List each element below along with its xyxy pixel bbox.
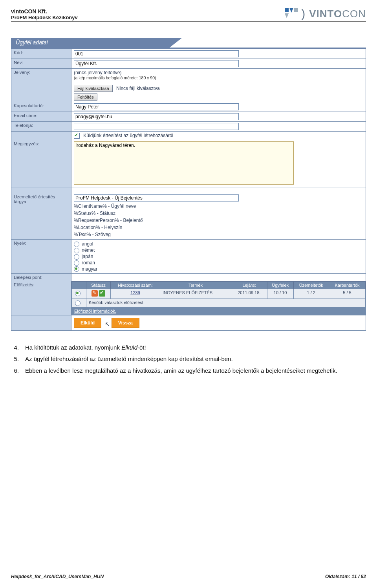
subhdr-status: Státusz <box>86 282 111 289</box>
edit-icon[interactable] <box>92 290 98 297</box>
lang-radio[interactable] <box>74 242 79 247</box>
placeholder-item: %ClientName% - Ügyfél neve <box>74 203 363 210</box>
svg-marker-3 <box>285 13 289 18</box>
sub-maint: 5 / 5 <box>329 289 366 299</box>
svg-marker-0 <box>285 8 289 12</box>
footer-right: Oldalszám: 11 / 52 <box>325 574 366 579</box>
lang-radio[interactable] <box>74 266 79 272</box>
status-ok-icon <box>99 290 105 297</box>
lang-label: angol <box>82 241 93 247</box>
placeholder-list: %ClientName% - Ügyfél neve%Status% - Stá… <box>74 203 363 238</box>
sub-later-text: Később választok előfizetést <box>86 299 366 307</box>
sub-clients: 10 / 10 <box>267 289 293 299</box>
instruction-text: 4.Ha kitöltöttük az adatokat, nyomjunk E… <box>11 343 366 376</box>
file-select-button[interactable]: Fájl kiválasztása <box>74 85 113 92</box>
sub-radio-selected[interactable] <box>75 291 81 296</box>
sub-info-link[interactable]: Előfizetői információk. <box>74 309 116 313</box>
lang-radio[interactable] <box>74 254 79 260</box>
doc-title: ProFM Helpdesk Kézikönyv <box>11 15 78 20</box>
list-number: 4. <box>11 343 19 353</box>
input-phone[interactable] <box>74 123 239 130</box>
sub-operators: 1 / 2 <box>293 289 329 299</box>
textarea-note[interactable] <box>74 141 294 185</box>
list-number: 6. <box>11 366 19 376</box>
subhdr-clients: Ügyfelek <box>267 282 293 289</box>
sub-ref-link[interactable]: 1239 <box>130 290 140 295</box>
subhdr-operators: Üzemeltetők <box>293 282 329 289</box>
logo-text: VINTOCON <box>309 8 366 20</box>
label-kapcs: Kapcsolattartó: <box>11 102 71 112</box>
label-notify <box>11 132 71 140</box>
list-text: Ha kitöltöttük az adatokat, nyomjunk Elk… <box>25 343 366 353</box>
logo-paren-icon: ) <box>301 7 305 20</box>
placeholder-item: %Text% - Szöveg <box>74 231 363 238</box>
cursor-icon: ↖ <box>105 321 110 328</box>
label-elofiz: Előfizetés: <box>11 281 71 315</box>
placeholder-item: %RequesterPerson% - Bejelentő <box>74 217 363 224</box>
footer-left: Helpdesk_for_ArchiCAD_UsersMan_HUN <box>11 574 104 579</box>
subhdr-ref: Hivatkozási szám: <box>111 282 160 289</box>
input-kod[interactable] <box>74 50 239 57</box>
send-button[interactable]: Elküld <box>74 318 101 328</box>
badge-none-text: (nincs jelvény feltöltve) <box>74 70 363 75</box>
company-name: vintoCON Kft. <box>11 8 78 15</box>
list-text: Ebben a levélben lesz megtalálható az a … <box>25 366 366 376</box>
lang-label: német <box>82 247 95 253</box>
input-email[interactable] <box>74 113 239 120</box>
subhdr-maint: Karbantartók <box>329 282 366 289</box>
label-jelveny: Jelvény: <box>11 69 71 102</box>
input-subject[interactable] <box>74 194 239 201</box>
label-email: Email címe: <box>11 112 71 122</box>
label-kod: Kód: <box>11 49 71 59</box>
lang-radio[interactable] <box>74 248 79 253</box>
label-nev: Név: <box>11 59 71 69</box>
upload-button[interactable]: Feltöltés <box>74 93 97 101</box>
label-telefon: Telefonja: <box>11 122 71 132</box>
sub-product: INGYENES ELŐFIZETÉS <box>160 289 231 299</box>
input-contact[interactable] <box>74 103 239 110</box>
lang-label: japán <box>82 254 93 259</box>
subhdr-expiry: Lejárat <box>231 282 267 289</box>
back-button[interactable]: Vissza <box>112 318 139 328</box>
label-megj: Megjegyzés: <box>11 140 71 187</box>
notify-label: Küldjünk értesítést az ügyfél létrehozás… <box>83 133 173 138</box>
placeholder-item: %Location% - Helyszín <box>74 224 363 231</box>
subhdr-product: Termék <box>160 282 231 289</box>
lang-label: magyar <box>82 266 97 272</box>
svg-marker-1 <box>289 8 293 13</box>
lang-label: román <box>82 260 95 266</box>
sub-radio-later[interactable] <box>75 300 81 306</box>
doc-header: vintoCON Kft. ProFM Helpdesk Kézikönyv )… <box>11 7 366 22</box>
badge-size-hint: (a kép maximális befoglaló mérete: 180 x… <box>74 75 363 80</box>
list-number: 5. <box>11 354 19 364</box>
file-none-text: Nincs fájl kiválasztva <box>116 86 160 91</box>
lang-radio[interactable] <box>74 260 79 266</box>
svg-marker-2 <box>294 8 298 12</box>
logo-mark-icon <box>285 8 298 20</box>
label-nyelv: Nyelv: <box>11 240 71 274</box>
app-form-screenshot: Ügyfél adatai Kód: Név: Jelvény: (nincs … <box>11 38 366 331</box>
list-text: Az ügyfél létrehozásáról az üzemeltető m… <box>25 354 366 364</box>
notify-checkbox[interactable] <box>74 133 80 139</box>
input-nev[interactable] <box>74 60 239 67</box>
vintocon-logo: ) VINTOCON <box>285 7 366 20</box>
label-belepes: Belépési pont: <box>11 274 71 281</box>
placeholder-item: %Status% - Státusz <box>74 210 363 217</box>
sub-expiry: 2011.09.18. <box>231 289 267 299</box>
label-uzem: Üzemeltető értesítés tárgya: <box>11 193 71 240</box>
